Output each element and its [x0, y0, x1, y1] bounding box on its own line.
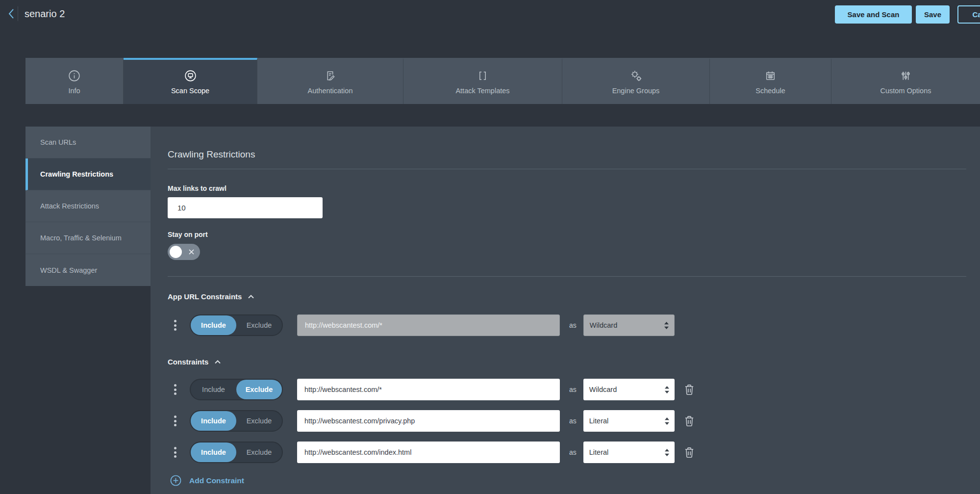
include-option[interactable]: Include [191, 442, 236, 462]
add-constraint-label: Add Constraint [189, 476, 244, 485]
toggle-knob [170, 246, 182, 258]
tab-custom-options[interactable]: Custom Options [831, 58, 980, 104]
chevron-up-icon[interactable] [214, 360, 221, 364]
select-spinner-icon [664, 448, 670, 457]
app-url-constraints-title: App URL Constraints [168, 292, 242, 301]
include-option[interactable]: Include [191, 315, 236, 335]
tab-label: Custom Options [880, 87, 931, 95]
cancel-button[interactable]: Cancel [957, 5, 980, 24]
section-heading: Crawling Restrictions [168, 127, 966, 160]
delete-constraint-icon[interactable] [683, 415, 696, 428]
tab-label: Attack Templates [455, 87, 509, 95]
sidebar-item-attack-restrictions[interactable]: Attack Restrictions [25, 190, 151, 222]
url-input[interactable] [297, 410, 560, 432]
add-constraint-button[interactable]: Add Constraint [168, 475, 244, 486]
header-divider [18, 6, 18, 21]
sidebar-item-scan-urls[interactable]: Scan URLs [25, 127, 151, 158]
header-buttons: Save and Scan Save Cancel [835, 5, 980, 24]
custom-options-icon [899, 69, 912, 82]
tab-authentication[interactable]: Authentication [257, 58, 403, 104]
app-url-constraints-header: App URL Constraints [168, 292, 966, 301]
select-spinner-icon [664, 417, 670, 425]
divider [168, 169, 966, 169]
exclude-option[interactable]: Exclude [236, 411, 282, 431]
save-button[interactable]: Save [916, 5, 950, 24]
as-label: as [569, 321, 577, 329]
sidebar-item-label: Attack Restrictions [40, 202, 99, 210]
include-exclude-toggle[interactable]: Include Exclude [190, 379, 283, 400]
match-type-value: Wildcard [590, 321, 617, 329]
kebab-menu-icon[interactable] [174, 416, 177, 426]
include-exclude-toggle[interactable]: Include Exclude [190, 410, 283, 432]
authentication-icon [324, 69, 337, 82]
header: senario 2 Save and Scan Save Cancel [0, 0, 980, 27]
constraint-row: Include Exclude as Literal [168, 410, 966, 432]
attack-templates-icon [476, 69, 489, 82]
delete-constraint-icon[interactable] [683, 446, 696, 459]
back-chevron-icon [6, 7, 17, 21]
exclude-option[interactable]: Exclude [236, 442, 282, 462]
match-type-select[interactable]: Literal [583, 410, 675, 432]
sidebar-item-wsdl-swagger[interactable]: WSDL & Swagger [25, 254, 151, 286]
match-type-select[interactable]: Wildcard [583, 379, 675, 400]
kebab-menu-icon[interactable] [174, 447, 177, 458]
sidebar: Scan URLs Crawling Restrictions Attack R… [25, 127, 151, 286]
include-exclude-toggle[interactable]: Include Exclude [190, 442, 283, 463]
match-type-value: Wildcard [589, 386, 617, 393]
exclude-option[interactable]: Exclude [236, 315, 282, 335]
match-type-value: Literal [589, 417, 609, 425]
back-button[interactable] [6, 7, 17, 21]
stay-on-port-toggle[interactable] [168, 244, 200, 260]
include-exclude-toggle[interactable]: Include Exclude [190, 314, 283, 336]
page-title: senario 2 [25, 8, 65, 20]
as-label: as [569, 448, 577, 456]
exclude-option[interactable]: Exclude [236, 380, 282, 399]
chevron-up-icon[interactable] [248, 294, 254, 299]
tab-label: Schedule [755, 87, 785, 95]
tab-label: Authentication [308, 87, 353, 95]
tab-schedule[interactable]: Schedule [710, 58, 831, 104]
scan-scope-icon [184, 69, 197, 82]
tab-bar: Info Scan Scope Authentication Attack Te… [25, 58, 980, 104]
schedule-icon [764, 69, 777, 82]
match-type-select[interactable]: Literal [583, 442, 675, 463]
tab-label: Scan Scope [171, 87, 209, 95]
max-links-input[interactable] [168, 197, 323, 218]
kebab-menu-icon[interactable] [174, 384, 177, 395]
include-option[interactable]: Include [191, 380, 236, 399]
main-area: Scan URLs Crawling Restrictions Attack R… [0, 127, 980, 494]
save-and-scan-button[interactable]: Save and Scan [835, 5, 912, 24]
sidebar-item-label: Macro, Traffic & Selenium [40, 234, 122, 242]
tab-attack-templates[interactable]: Attack Templates [403, 58, 562, 104]
include-option[interactable]: Include [191, 411, 236, 431]
url-input[interactable] [297, 379, 560, 400]
kebab-menu-icon[interactable] [174, 320, 177, 331]
constraint-row: Include Exclude as Literal [168, 442, 966, 463]
tab-scan-scope[interactable]: Scan Scope [124, 58, 257, 104]
app-url-constraint-row: Include Exclude as Wildcard [168, 314, 966, 336]
sidebar-item-macro-traffic-selenium[interactable]: Macro, Traffic & Selenium [25, 222, 151, 254]
delete-constraint-icon[interactable] [683, 383, 696, 396]
as-label: as [569, 386, 577, 393]
match-type-select[interactable]: Wildcard [583, 314, 675, 336]
max-links-label: Max links to crawl [168, 184, 966, 192]
sidebar-item-label: Crawling Restrictions [40, 170, 113, 178]
divider [168, 276, 966, 277]
add-circle-icon [170, 475, 181, 486]
select-spinner-icon [664, 386, 670, 394]
select-spinner-icon [664, 321, 669, 330]
toggle-x-icon [188, 249, 195, 255]
constraints-title: Constraints [168, 358, 208, 366]
url-input[interactable] [297, 442, 560, 463]
as-label: as [569, 417, 577, 425]
content-panel: Crawling Restrictions Max links to crawl… [151, 127, 980, 494]
stay-on-port-label: Stay on port [168, 231, 966, 238]
tab-engine-groups[interactable]: Engine Groups [562, 58, 710, 104]
match-type-value: Literal [589, 448, 609, 456]
constraints-header: Constraints [168, 358, 966, 366]
sidebar-item-crawling-restrictions[interactable]: Crawling Restrictions [25, 158, 151, 190]
tab-info[interactable]: Info [25, 58, 124, 104]
left-gutter [0, 127, 25, 494]
url-input[interactable] [297, 314, 560, 336]
engine-groups-icon [629, 69, 643, 82]
